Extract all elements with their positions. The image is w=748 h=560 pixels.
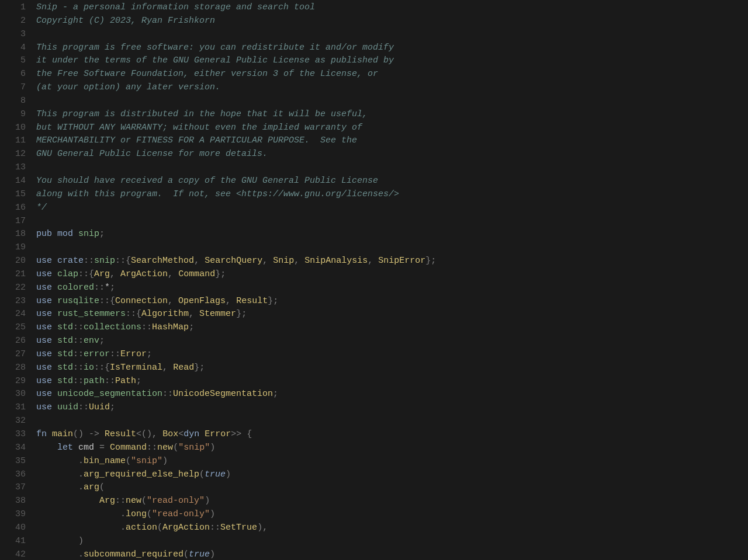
line-number: 4 — [0, 41, 26, 55]
line-number: 13 — [0, 161, 26, 175]
code-line[interactable]: use uuid::Uuid; — [36, 401, 748, 415]
code-line[interactable]: .subcommand_required(true) — [36, 548, 748, 560]
token-punct: ) — [205, 496, 210, 506]
code-line[interactable] — [36, 241, 748, 255]
token-comment: Snip - a personal information storage an… — [36, 2, 315, 12]
token-punct: ; — [273, 389, 278, 399]
token-punct: , — [189, 309, 199, 319]
code-line[interactable]: let cmd = Command::new("snip") — [36, 441, 748, 455]
token-module: std — [57, 322, 73, 332]
code-line[interactable]: but WITHOUT ANY WARRANTY; without even t… — [36, 121, 748, 135]
code-line[interactable]: along with this program. If not, see <ht… — [36, 188, 748, 201]
token-comment: This program is distributed in the hope … — [36, 109, 368, 119]
line-number: 3 — [0, 28, 26, 41]
code-line[interactable]: .bin_name("snip") — [36, 455, 748, 468]
code-line[interactable]: ) — [36, 535, 748, 548]
token-keyword: crate — [57, 256, 84, 266]
token-comment: GNU General Public License for more deta… — [36, 149, 268, 159]
token-punct: , — [226, 296, 236, 306]
code-line[interactable]: use rusqlite::{Connection, OpenFlags, Re… — [36, 295, 748, 308]
line-number: 23 — [0, 295, 26, 308]
token-keyword: use — [36, 336, 52, 346]
code-line[interactable]: it under the terms of the GNU General Pu… — [36, 54, 748, 68]
token-ident — [36, 482, 78, 492]
token-punct: ::{ — [78, 269, 94, 279]
line-number: 5 — [0, 54, 26, 68]
token-keyword: use — [36, 296, 52, 306]
code-line[interactable]: This program is free software: you can r… — [36, 41, 748, 55]
code-line[interactable]: MERCHANTABILITY or FITNESS FOR A PARTICU… — [36, 134, 748, 148]
code-line[interactable]: use colored::*; — [36, 281, 748, 295]
token-punct: , — [294, 256, 304, 266]
token-module: std — [57, 363, 73, 373]
token-punct: ; — [189, 322, 194, 332]
code-line[interactable]: use crate::snip::{SearchMethod, SearchQu… — [36, 255, 748, 268]
code-line[interactable]: GNU General Public License for more deta… — [36, 148, 748, 161]
code-line[interactable]: Snip - a personal information storage an… — [36, 1, 748, 15]
token-ident — [52, 269, 57, 279]
token-punct: }; — [268, 296, 278, 306]
code-content[interactable]: Snip - a personal information storage an… — [36, 1, 748, 560]
code-line[interactable]: use std::env; — [36, 335, 748, 348]
token-type: Uuid — [89, 402, 110, 412]
code-line[interactable]: .arg( — [36, 481, 748, 495]
token-punct: , — [194, 256, 205, 266]
token-punct: , — [368, 256, 378, 266]
code-line[interactable]: .long("read-only") — [36, 508, 748, 521]
token-punct: . — [120, 509, 126, 519]
code-line[interactable]: fn main() -> Result<(), Box<dyn Error>> … — [36, 428, 748, 441]
token-punct: :: — [210, 523, 220, 533]
token-string: "snip" — [178, 443, 210, 453]
code-line[interactable]: .action(ArgAction::SetTrue), — [36, 521, 748, 535]
code-line[interactable]: use std::collections::HashMap; — [36, 321, 748, 335]
token-punct: , — [262, 256, 273, 266]
token-punct: }; — [425, 256, 436, 266]
code-line[interactable]: (at your option) any later version. — [36, 81, 748, 95]
code-line[interactable] — [36, 95, 748, 108]
code-line[interactable] — [36, 415, 748, 428]
token-punct: :: — [147, 443, 157, 453]
code-line[interactable]: use clap::{Arg, ArgAction, Command}; — [36, 268, 748, 281]
code-line[interactable]: use std::path::Path; — [36, 375, 748, 388]
token-punct: ::{ — [94, 363, 110, 373]
token-keyword: use — [36, 363, 52, 373]
code-editor[interactable]: 1234567891011121314151617181920212223242… — [0, 0, 748, 560]
code-line[interactable]: Arg::new("read-only") — [36, 495, 748, 508]
code-line[interactable]: the Free Software Foundation, either ver… — [36, 68, 748, 81]
code-line[interactable]: use rust_stemmers::{Algorithm, Stemmer}; — [36, 308, 748, 321]
code-line[interactable] — [36, 28, 748, 41]
code-line[interactable]: use std::io::{IsTerminal, Read}; — [36, 361, 748, 375]
token-punct: :: — [110, 349, 120, 359]
token-func: action — [126, 523, 157, 533]
line-number: 36 — [0, 468, 26, 482]
token-comment: This program is free software: you can r… — [36, 43, 394, 53]
code-line[interactable]: use unicode_segmentation::UnicodeSegment… — [36, 388, 748, 401]
token-keyword: use — [36, 309, 52, 319]
code-line[interactable] — [36, 161, 748, 175]
code-line[interactable] — [36, 215, 748, 228]
token-punct: () — [73, 429, 89, 439]
code-line[interactable]: This program is distributed in the hope … — [36, 108, 748, 121]
token-punct: . — [78, 456, 84, 466]
code-line[interactable]: pub mod snip; — [36, 228, 748, 241]
token-punct: :: — [162, 389, 173, 399]
line-number: 25 — [0, 321, 26, 335]
code-line[interactable]: use std::error::Error; — [36, 348, 748, 361]
token-comment: MERCHANTABILITY or FITNESS FOR A PARTICU… — [36, 135, 357, 145]
code-line[interactable]: Copyright (C) 2023, Ryan Frishkorn — [36, 15, 748, 28]
token-punct: :: — [84, 256, 94, 266]
token-keyword: use — [36, 349, 52, 359]
token-punct: ( — [157, 523, 162, 533]
line-number: 33 — [0, 428, 26, 441]
token-type: SearchMethod — [131, 256, 194, 266]
line-number: 22 — [0, 281, 26, 295]
line-number: 12 — [0, 148, 26, 161]
code-line[interactable]: */ — [36, 201, 748, 215]
line-number: 9 — [0, 108, 26, 121]
token-module: error — [84, 349, 110, 359]
token-module: colored — [57, 283, 94, 293]
code-line[interactable]: You should have received a copy of the G… — [36, 175, 748, 188]
code-line[interactable]: .arg_required_else_help(true) — [36, 468, 748, 482]
token-keyword: use — [36, 322, 52, 332]
line-number: 35 — [0, 455, 26, 468]
